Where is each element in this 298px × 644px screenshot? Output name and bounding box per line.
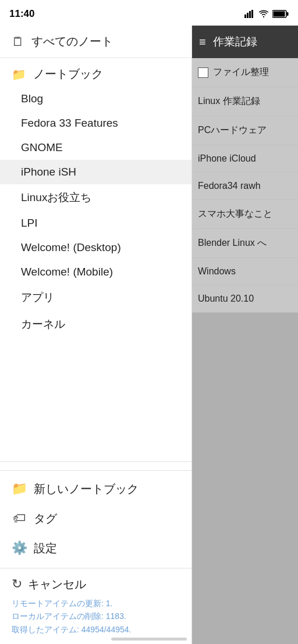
- svg-rect-2: [249, 11, 251, 18]
- right-item-1[interactable]: Linux 作業記録: [192, 87, 298, 116]
- right-header-title: 作業記録: [213, 34, 257, 49]
- svg-rect-6: [274, 12, 285, 17]
- notebook-item-lpi[interactable]: LPI: [0, 211, 191, 235]
- right-item-title-8: Ubuntu 20.10: [198, 294, 254, 303]
- sync-section: ↻ キャンセル リモートアイテムの更新: 1. ローカルアイテムの削除: 118…: [0, 568, 191, 644]
- right-item-7[interactable]: Windows: [192, 258, 298, 285]
- notebook-item-apps[interactable]: アプリ: [0, 284, 191, 311]
- signal-icon: [244, 10, 255, 18]
- all-notes-row[interactable]: 🗒 すべてのノート: [0, 26, 191, 58]
- right-item-title-3: iPhone iCloud: [198, 153, 256, 163]
- right-item-title-2: PCハードウェア: [198, 125, 267, 135]
- right-panel: ≡ 作業記録 ファイル整理 Linux 作業記録 PCハードウェア iPhone…: [192, 26, 298, 644]
- settings-label: 設定: [34, 541, 57, 556]
- sync-icon: ↻: [12, 577, 22, 592]
- notebooks-header: 📁 ノートブック: [0, 58, 191, 87]
- svg-rect-1: [247, 13, 249, 18]
- notebook-item-gnome[interactable]: GNOME: [0, 135, 191, 160]
- notebook-item-fedora33[interactable]: Fedora 33 Features: [0, 111, 191, 135]
- folder-icon: 📁: [12, 67, 26, 81]
- right-item-title-1: Linux 作業記録: [198, 96, 260, 106]
- sync-line2: ローカルアイテムの削除: 1183.: [12, 610, 180, 622]
- sync-line3: 取得したアイテム: 44954/44954.: [12, 623, 180, 636]
- tag-icon: 🏷: [12, 511, 27, 526]
- new-notebook-action[interactable]: 📁 新しいノートブック: [0, 474, 191, 504]
- status-bar: 11:40: [0, 0, 298, 26]
- right-item-8[interactable]: Ubuntu 20.10: [192, 285, 298, 313]
- right-item-title-0: ファイル整理: [213, 66, 269, 78]
- status-icons: [244, 10, 289, 18]
- svg-rect-3: [251, 10, 253, 18]
- tags-label: タグ: [34, 511, 57, 527]
- new-folder-icon: 📁: [12, 481, 27, 496]
- notebook-item-linux-oyakudachi[interactable]: Linuxお役立ち: [0, 184, 191, 211]
- sync-status: リモートアイテムの更新: 1. ローカルアイテムの削除: 1183. 取得したア…: [12, 597, 180, 636]
- bottom-actions: 📁 新しいノートブック 🏷 タグ ⚙️ 設定: [0, 461, 191, 568]
- right-item-6[interactable]: Blender Linux へ: [192, 229, 298, 258]
- cancel-label: キャンセル: [28, 577, 86, 592]
- all-notes-label: すべてのノート: [31, 34, 113, 49]
- document-icon: 🗒: [12, 34, 24, 49]
- right-item-2[interactable]: PCハードウェア: [192, 116, 298, 145]
- notebook-item-welcome-mobile[interactable]: Welcome! (Mobile): [0, 260, 191, 284]
- right-header: ≡ 作業記録: [192, 26, 298, 58]
- right-item-3[interactable]: iPhone iCloud: [192, 145, 298, 173]
- right-item-5[interactable]: スマホ大事なこと: [192, 200, 298, 229]
- status-time: 11:40: [9, 8, 34, 20]
- notebook-item-kernel[interactable]: カーネル: [0, 311, 191, 338]
- checkbox-0[interactable]: [198, 67, 208, 78]
- left-panel: 🗒 すべてのノート 📁 ノートブック Blog Fedora 33 Featur…: [0, 26, 192, 644]
- notebook-item-welcome-desktop[interactable]: Welcome! (Desktop): [0, 235, 191, 260]
- right-item-title-4: Fedora34 rawh: [198, 181, 261, 191]
- sync-line1: リモートアイテムの更新: 1.: [12, 597, 180, 610]
- notebooks-section: 📁 ノートブック Blog Fedora 33 Features GNOME i…: [0, 58, 191, 461]
- home-indicator: [111, 638, 187, 641]
- battery-icon: [272, 10, 289, 18]
- wifi-icon: [258, 10, 269, 18]
- divider-top: [0, 470, 191, 471]
- notebook-item-blog[interactable]: Blog: [0, 87, 191, 111]
- right-item-0[interactable]: ファイル整理: [192, 58, 298, 87]
- cancel-row[interactable]: ↻ キャンセル: [12, 577, 180, 592]
- main-layout: 🗒 すべてのノート 📁 ノートブック Blog Fedora 33 Featur…: [0, 26, 298, 644]
- notebook-item-iphone-ish[interactable]: iPhone iSH: [0, 160, 191, 184]
- svg-rect-0: [244, 15, 246, 18]
- right-item-4[interactable]: Fedora34 rawh: [192, 173, 298, 200]
- new-notebook-label: 新しいノートブック: [34, 481, 139, 497]
- gear-icon: ⚙️: [12, 541, 27, 556]
- right-list: ファイル整理 Linux 作業記録 PCハードウェア iPhone iCloud…: [192, 58, 298, 644]
- notebooks-header-label: ノートブック: [33, 66, 103, 82]
- right-item-title-5: スマホ大事なこと: [198, 209, 272, 219]
- settings-action[interactable]: ⚙️ 設定: [0, 534, 191, 563]
- right-item-title-7: Windows: [198, 266, 236, 276]
- right-item-title-6: Blender Linux へ: [198, 238, 267, 248]
- tags-action[interactable]: 🏷 タグ: [0, 504, 191, 534]
- hamburger-icon[interactable]: ≡: [199, 35, 206, 49]
- svg-rect-5: [287, 12, 289, 16]
